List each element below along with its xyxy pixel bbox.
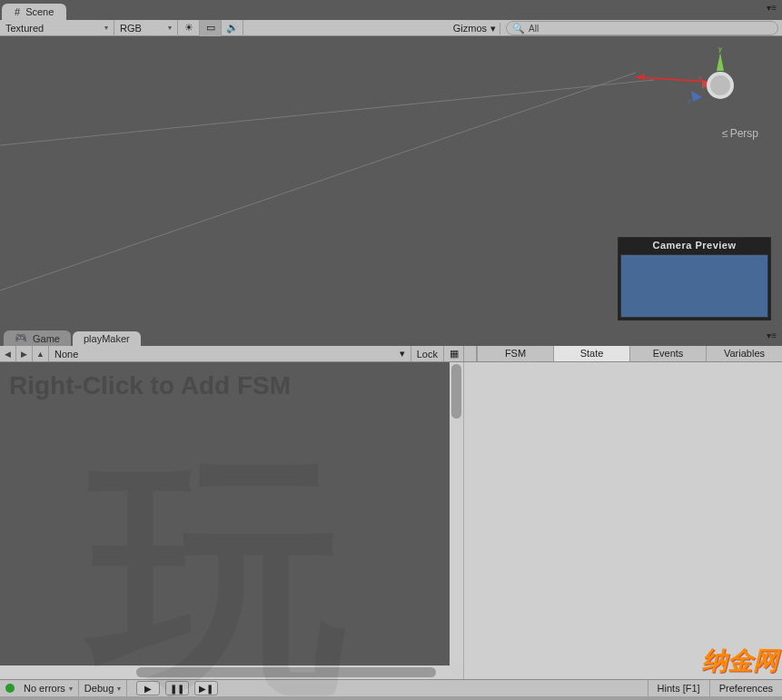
pause-button[interactable]: ❚❚	[165, 681, 189, 695]
svg-marker-6	[691, 91, 702, 102]
orientation-gizmo[interactable]: y z x	[675, 47, 766, 120]
chevron-down-icon: ▾	[400, 348, 405, 360]
pmtab-fsm[interactable]: FSM	[477, 346, 553, 361]
render-mode-label: RGB	[120, 23, 142, 34]
chevron-down-icon: ▾	[168, 24, 172, 32]
nav-up-button[interactable]: ▲	[33, 346, 49, 361]
skybox-toggle[interactable]: ▭	[200, 20, 222, 36]
chevron-down-icon: ▾	[490, 23, 496, 35]
tab-playmaker[interactable]: playMaker	[73, 331, 141, 346]
preferences-button[interactable]: Preferences	[709, 680, 782, 696]
errors-button[interactable]: No errors ▾	[18, 680, 79, 696]
panel-options-icon[interactable]: ▾≡	[767, 330, 777, 340]
svg-text:z: z	[688, 97, 691, 105]
svg-marker-3	[636, 74, 645, 81]
step-button[interactable]: ▶❚	[194, 681, 218, 695]
step-icon: ▶❚	[199, 684, 213, 694]
fsm-canvas[interactable]: Right-Click to Add FSM	[0, 362, 450, 665]
tab-game[interactable]: 🎮 Game	[4, 330, 71, 346]
panel-options-icon[interactable]: ▾≡	[767, 3, 777, 13]
scene-search-input[interactable]: 🔍 All	[506, 21, 778, 35]
pmtab-events-label: Events	[653, 348, 684, 359]
gizmos-label: Gizmos	[453, 23, 487, 34]
triangle-right-icon: ▶	[21, 350, 27, 359]
svg-marker-4	[717, 53, 724, 71]
triangle-up-icon: ▲	[36, 350, 45, 359]
pmtab-state[interactable]: State	[553, 346, 629, 361]
projection-label[interactable]: Persp	[722, 127, 758, 140]
state-inspector-panel	[463, 362, 782, 679]
sun-icon: ☀	[184, 22, 193, 34]
mini-map-button[interactable]: ▦	[444, 346, 464, 361]
fsm-selector-label: None	[54, 349, 78, 360]
scene-toolbar: Textured ▾ RGB ▾ ☀ ▭ 🔊 Gizmos ▾ 🔍 All	[0, 20, 782, 36]
play-icon: ▶	[144, 684, 152, 694]
pmtab-variables[interactable]: Variables	[706, 346, 782, 361]
tab-scene-label: Scene	[25, 6, 54, 17]
fsm-canvas-wrapper: Right-Click to Add FSM	[0, 362, 463, 679]
gizmos-dropdown[interactable]: Gizmos ▾	[450, 23, 500, 35]
vertical-scrollbar[interactable]	[450, 362, 463, 665]
pmtab-state-label: State	[580, 348, 604, 359]
search-scope: All	[529, 24, 539, 34]
render-mode-dropdown[interactable]: RGB ▾	[114, 20, 178, 36]
svg-line-0	[0, 73, 636, 291]
fsm-canvas-hint: Right-Click to Add FSM	[0, 362, 450, 409]
camera-preview-panel: Camera Preview	[618, 237, 771, 320]
playmaker-statusbar: No errors ▾ Debug ▾ ▶ ❚❚ ▶❚ Hints [F1] P…	[0, 679, 782, 696]
scene-grid-icon: #	[15, 6, 20, 17]
hints-label: Hints [F1]	[658, 683, 700, 694]
pmtab-events[interactable]: Events	[629, 346, 706, 361]
pause-icon: ❚❚	[170, 684, 184, 694]
search-icon: 🔍	[512, 23, 525, 35]
chevron-down-icon: ▾	[104, 24, 108, 32]
audio-icon: 🔊	[226, 22, 239, 34]
audio-toggle[interactable]: 🔊	[222, 20, 243, 36]
lighting-toggle[interactable]: ☀	[178, 20, 200, 36]
debug-dropdown[interactable]: Debug ▾	[79, 680, 127, 696]
svg-point-11	[710, 75, 730, 95]
tab-scene[interactable]: # Scene	[2, 4, 66, 20]
play-button[interactable]: ▶	[136, 681, 160, 695]
scrollbar-thumb[interactable]	[136, 667, 436, 677]
camera-preview-viewport	[620, 254, 768, 318]
debug-label: Debug	[84, 683, 114, 694]
minimap-icon: ▦	[450, 348, 459, 360]
status-dot-icon	[5, 684, 15, 693]
fsm-selector-dropdown[interactable]: None ▾	[49, 346, 411, 361]
scrollbar-thumb[interactable]	[451, 364, 461, 419]
lock-label: Lock	[417, 349, 438, 360]
hints-button[interactable]: Hints [F1]	[648, 680, 709, 696]
chevron-down-icon: ▾	[117, 685, 121, 693]
svg-text:x: x	[698, 74, 702, 82]
pmtab-vars-label: Variables	[724, 348, 765, 359]
nav-back-button[interactable]: ◀	[0, 346, 16, 361]
chevron-down-icon: ▾	[69, 685, 73, 693]
game-icon: 🎮	[15, 332, 27, 344]
draw-mode-label: Textured	[5, 23, 44, 34]
svg-text:y: y	[718, 47, 722, 53]
horizontal-scrollbar[interactable]	[0, 665, 450, 679]
playmaker-toolbar: ◀ ▶ ▲ None ▾ Lock ▦ FSM State Events Var…	[0, 346, 782, 362]
nav-forward-button[interactable]: ▶	[16, 346, 33, 361]
tab-game-label: Game	[33, 333, 60, 344]
scene-tabstrip: # Scene ▾≡	[0, 0, 782, 20]
camera-preview-title: Camera Preview	[619, 238, 770, 252]
triangle-left-icon: ◀	[5, 350, 11, 359]
draw-mode-dropdown[interactable]: Textured ▾	[0, 20, 114, 36]
errors-label: No errors	[24, 683, 65, 694]
lock-button[interactable]: Lock	[411, 346, 444, 361]
tab-playmaker-label: playMaker	[84, 333, 130, 344]
scene-viewport[interactable]: y z x Persp Camera Preview	[0, 36, 782, 330]
svg-line-1	[0, 80, 654, 145]
image-icon: ▭	[206, 22, 215, 34]
pmtab-fsm-label: FSM	[505, 348, 526, 359]
lower-tabstrip: 🎮 Game playMaker ▾≡	[0, 330, 782, 346]
preferences-label: Preferences	[719, 683, 773, 694]
